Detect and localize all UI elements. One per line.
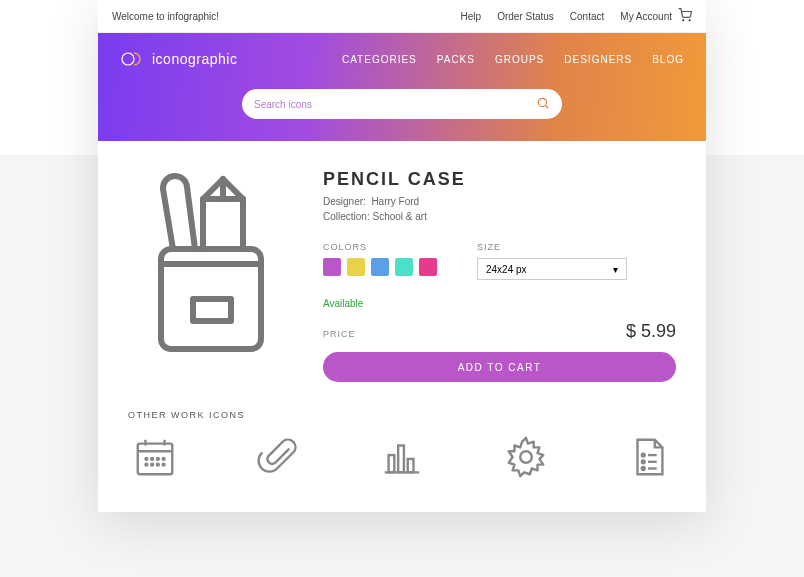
size-select[interactable]: 24x24 px ▾ (477, 258, 627, 280)
product-meta: Designer: Harry Ford Collection: School … (323, 194, 676, 224)
color-swatches (323, 258, 437, 276)
price-value: $ 5.99 (626, 321, 676, 342)
gear-icon[interactable] (503, 434, 549, 484)
nav-categories[interactable]: CATEGORIES (342, 54, 417, 65)
svg-rect-21 (398, 446, 404, 473)
main-nav: CATEGORIES PACKS GROUPS DESIGNERS BLOG (342, 54, 684, 65)
swatch-teal[interactable] (395, 258, 413, 276)
add-to-cart-button[interactable]: ADD TO CART (323, 352, 676, 382)
svg-point-16 (151, 464, 153, 466)
svg-rect-22 (408, 459, 414, 472)
swatch-yellow[interactable] (347, 258, 365, 276)
other-work-label: OTHER WORK ICONS (128, 410, 676, 420)
order-status-link[interactable]: Order Status (497, 11, 554, 22)
svg-point-3 (538, 98, 546, 106)
bar-chart-icon[interactable] (379, 434, 425, 484)
checklist-icon[interactable] (626, 434, 672, 484)
other-icons-row (128, 434, 676, 494)
svg-point-15 (145, 464, 147, 466)
brand-name: iconographic (152, 51, 237, 67)
svg-point-2 (122, 53, 134, 65)
svg-rect-6 (193, 299, 231, 321)
swatch-pink[interactable] (419, 258, 437, 276)
availability: Available (323, 298, 676, 309)
svg-line-4 (546, 106, 549, 109)
chevron-down-icon: ▾ (613, 264, 618, 275)
hero-banner: iconographic CATEGORIES PACKS GROUPS DES… (98, 33, 706, 141)
svg-rect-20 (389, 455, 395, 472)
svg-rect-7 (138, 444, 173, 475)
svg-point-24 (642, 454, 645, 457)
svg-point-28 (642, 467, 645, 470)
my-account-link[interactable]: My Account (620, 11, 672, 22)
nav-blog[interactable]: BLOG (652, 54, 684, 65)
search-icon[interactable] (536, 96, 550, 112)
welcome-text: Welcome to infographic! (112, 11, 219, 22)
svg-point-18 (163, 464, 165, 466)
svg-point-11 (145, 458, 147, 460)
svg-point-26 (642, 460, 645, 463)
calendar-icon[interactable] (132, 434, 178, 484)
svg-point-14 (163, 458, 165, 460)
nav-designers[interactable]: DESIGNERS (564, 54, 632, 65)
price-label: PRICE (323, 329, 356, 339)
swatch-blue[interactable] (371, 258, 389, 276)
size-label: SIZE (477, 242, 627, 252)
topbar: Welcome to infographic! Help Order Statu… (98, 0, 706, 33)
search-input[interactable]: Search icons (242, 89, 562, 119)
svg-point-1 (689, 20, 690, 21)
cart-icon[interactable] (678, 8, 692, 24)
product-image (128, 169, 293, 382)
nav-packs[interactable]: PACKS (437, 54, 475, 65)
product-title: PENCIL CASE (323, 169, 676, 190)
swatch-purple[interactable] (323, 258, 341, 276)
nav-groups[interactable]: GROUPS (495, 54, 544, 65)
colors-label: COLORS (323, 242, 437, 252)
svg-point-0 (683, 20, 684, 21)
svg-point-13 (157, 458, 159, 460)
paperclip-icon[interactable] (256, 434, 302, 484)
svg-point-17 (157, 464, 159, 466)
logo[interactable]: iconographic (120, 47, 237, 71)
help-link[interactable]: Help (461, 11, 482, 22)
svg-point-23 (520, 451, 532, 463)
search-placeholder: Search icons (254, 99, 312, 110)
svg-point-12 (151, 458, 153, 460)
contact-link[interactable]: Contact (570, 11, 604, 22)
